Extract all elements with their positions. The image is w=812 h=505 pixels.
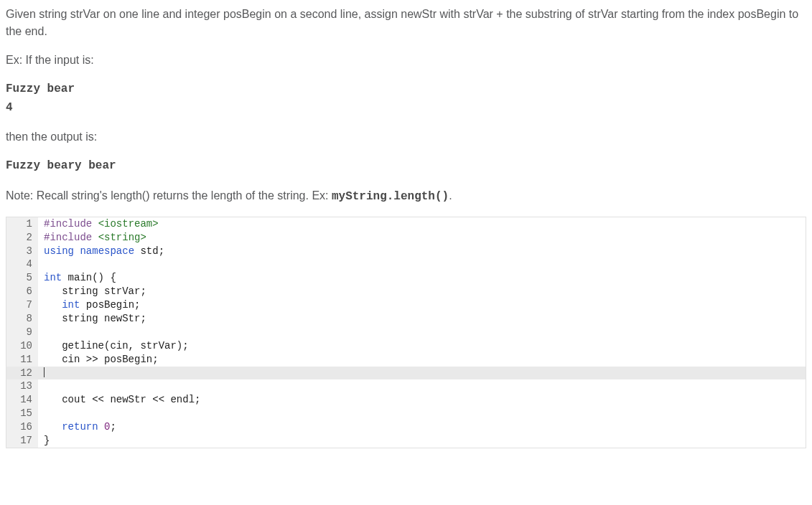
line-number: 3 <box>6 245 38 258</box>
code-line: 11 cin >> posBegin; <box>6 353 806 367</box>
code-line: 4 <box>6 258 806 271</box>
code-line: 2#include <string> <box>6 231 806 245</box>
line-number: 12 <box>6 367 38 380</box>
note-suffix: . <box>449 189 452 202</box>
code-content: } <box>38 434 806 448</box>
line-number: 1 <box>6 217 38 231</box>
code-line: 1#include <iostream> <box>6 217 806 231</box>
code-line: 3using namespace std; <box>6 245 806 258</box>
line-number: 10 <box>6 339 38 353</box>
code-line: 14 cout << newStr << endl; <box>6 393 806 407</box>
code-content: getline(cin, strVar); <box>38 339 806 353</box>
code-content: int main() { <box>38 271 806 285</box>
note-text: Note: Recall string's length() returns t… <box>6 189 332 202</box>
problem-note: Note: Recall string's length() returns t… <box>6 187 806 205</box>
line-number: 2 <box>6 231 38 245</box>
code-line: 17} <box>6 434 806 448</box>
example-input-line2: 4 <box>6 101 13 114</box>
code-line: 5int main() { <box>6 271 806 285</box>
code-content: return 0; <box>38 420 806 434</box>
code-content <box>38 326 806 339</box>
line-number: 15 <box>6 407 38 420</box>
line-number: 17 <box>6 434 38 448</box>
code-line: 15 <box>6 407 806 420</box>
line-number: 11 <box>6 353 38 367</box>
text-cursor <box>44 367 45 377</box>
note-code: myString.length() <box>332 190 449 203</box>
example-input: Fuzzy bear 4 <box>6 80 806 117</box>
line-number: 7 <box>6 298 38 312</box>
code-content: string newStr; <box>38 312 806 326</box>
code-line[interactable]: 12 <box>6 367 806 380</box>
code-content[interactable] <box>38 367 806 380</box>
code-line: 6 string strVar; <box>6 285 806 298</box>
code-content: using namespace std; <box>38 245 806 258</box>
problem-statement: Given string strVar on one line and inte… <box>6 6 806 40</box>
line-number: 13 <box>6 379 38 393</box>
example-input-label: Ex: If the input is: <box>6 52 806 69</box>
line-number: 14 <box>6 393 38 407</box>
code-content <box>38 407 806 420</box>
code-content: #include <string> <box>38 231 806 245</box>
code-line: 8 string newStr; <box>6 312 806 326</box>
code-line: 13 <box>6 379 806 393</box>
line-number: 4 <box>6 258 38 271</box>
code-content <box>38 258 806 271</box>
code-line: 16 return 0; <box>6 420 806 434</box>
code-content <box>38 379 806 393</box>
code-line: 7 int posBegin; <box>6 298 806 312</box>
code-content: int posBegin; <box>38 298 806 312</box>
example-output-label: then the output is: <box>6 128 806 146</box>
line-number: 6 <box>6 285 38 298</box>
line-number: 8 <box>6 312 38 326</box>
code-content: cin >> posBegin; <box>38 353 806 367</box>
code-content: #include <iostream> <box>38 217 806 231</box>
code-editor[interactable]: 1#include <iostream>2#include <string>3u… <box>6 217 806 448</box>
code-content: cout << newStr << endl; <box>38 393 806 407</box>
example-input-line1: Fuzzy bear <box>6 82 75 95</box>
code-line: 10 getline(cin, strVar); <box>6 339 806 353</box>
problem-description: Given string strVar on one line and inte… <box>6 6 806 205</box>
example-output: Fuzzy beary bear <box>6 157 806 176</box>
code-content: string strVar; <box>38 285 806 298</box>
line-number: 5 <box>6 271 38 285</box>
code-line: 9 <box>6 326 806 339</box>
line-number: 16 <box>6 420 38 434</box>
line-number: 9 <box>6 326 38 339</box>
